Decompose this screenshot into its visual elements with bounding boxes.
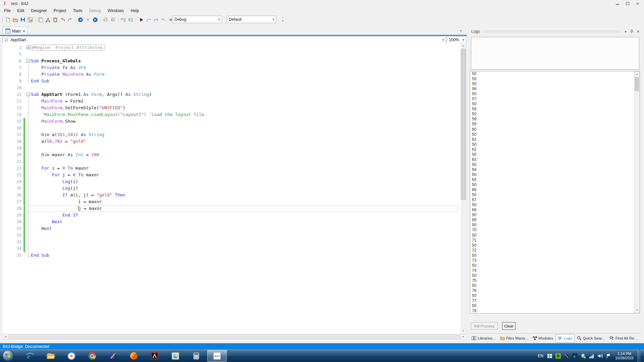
code-line-5[interactable]: 5 xyxy=(3,51,466,58)
logs-filter-box[interactable] xyxy=(471,37,639,70)
taskbar-internet-explorer[interactable]: e xyxy=(20,350,40,362)
log-entry[interactable]: 73 xyxy=(470,258,640,263)
tab-close-icon[interactable]: × xyxy=(23,29,25,34)
outdent-file-icon[interactable] xyxy=(110,16,116,23)
code-line-35[interactable]: 35End Sub xyxy=(3,252,466,259)
code-line-1[interactable]: 1+#Region Project Attributes xyxy=(3,44,466,51)
log-entry[interactable]: 75 xyxy=(470,278,640,283)
code-line-15[interactable]: 15 MainForm.Show xyxy=(3,118,466,125)
code-line-6[interactable]: 6-Sub Process_Globals xyxy=(3,58,466,64)
code-line-28[interactable]: 28 j = maxnr xyxy=(3,205,466,212)
log-entry[interactable]: 72 xyxy=(470,248,640,253)
redo-icon[interactable] xyxy=(67,16,73,23)
tab-find-all-re[interactable]: Find All Re... xyxy=(607,335,639,342)
copy-icon[interactable] xyxy=(37,16,44,23)
show-desktop-button[interactable] xyxy=(638,350,641,362)
code-line-31[interactable]: 31 Next xyxy=(3,225,466,232)
code-line-17[interactable]: 17 Dim a(101,101) As String xyxy=(3,131,466,138)
code-line-18[interactable]: 18 a(50,78) = "gold" xyxy=(3,138,466,145)
scrollbar-thumb[interactable] xyxy=(461,49,466,200)
taskbar-google-chrome[interactable] xyxy=(83,350,102,362)
fold-margin[interactable]: + xyxy=(26,44,31,51)
taskbar-b4x-designer[interactable] xyxy=(103,350,123,362)
sub-selector[interactable]: AppStart ▾ xyxy=(3,36,446,44)
log-entry[interactable]: 50 xyxy=(470,92,640,97)
menu-designer[interactable]: Designer xyxy=(28,7,50,14)
log-entry[interactable]: 77 xyxy=(470,298,640,303)
code-line-26[interactable]: 26 If a(i, j) = "gold" Then xyxy=(3,192,466,198)
menu-help[interactable]: Help xyxy=(127,7,143,14)
undo-icon[interactable] xyxy=(59,16,66,23)
log-entry[interactable]: 66 xyxy=(470,187,640,192)
log-entry[interactable]: 50 xyxy=(470,132,640,137)
fold-margin[interactable]: - xyxy=(26,91,31,98)
navigate-forward-icon[interactable] xyxy=(92,16,99,23)
log-entry[interactable]: 50 xyxy=(470,263,640,268)
scroll-down-icon[interactable]: ▼ xyxy=(634,307,640,313)
fold-expand-icon[interactable]: + xyxy=(26,46,30,49)
code-line-29[interactable]: 29 End If xyxy=(3,212,466,219)
log-entry[interactable]: 70 xyxy=(470,228,640,233)
collapsed-region[interactable]: #Region Project Attributes xyxy=(31,45,105,51)
code-line-27[interactable]: 27 i = maxnr xyxy=(3,198,466,205)
scroll-down-icon[interactable]: ▼ xyxy=(461,328,466,334)
step-out-icon[interactable] xyxy=(160,16,167,23)
toolbar-overflow-button[interactable]: –▾ xyxy=(280,16,285,22)
taskbar-adobe-reader[interactable] xyxy=(145,350,164,362)
log-entry[interactable]: 63 xyxy=(470,157,640,162)
log-entry[interactable]: 50 xyxy=(470,213,640,218)
network-signal-icon[interactable] xyxy=(589,353,594,359)
cut-icon[interactable] xyxy=(45,16,51,23)
log-entry[interactable]: 71 xyxy=(470,238,640,243)
taskbar-windows-media-player[interactable] xyxy=(62,350,81,362)
close-button[interactable]: × xyxy=(633,0,643,7)
log-entry[interactable]: 50 xyxy=(470,202,640,207)
toolbar-grip[interactable] xyxy=(1,16,3,23)
zoom-select[interactable]: 100% ▾ xyxy=(447,36,466,44)
volume-icon[interactable] xyxy=(597,353,603,359)
log-entry[interactable]: 64 xyxy=(470,167,640,172)
code-line-21[interactable]: 21 xyxy=(3,158,466,165)
code-line-7[interactable]: 7 Private fx As JFX xyxy=(3,64,466,71)
taskbar-windows-explorer[interactable] xyxy=(41,350,60,362)
menu-file[interactable]: File xyxy=(1,7,14,14)
code-line-25[interactable]: 25 Log(j) xyxy=(3,185,466,192)
nvidia-icon[interactable] xyxy=(555,353,561,359)
log-entry[interactable]: 50 xyxy=(470,112,640,117)
scroll-up-icon[interactable]: ▲ xyxy=(461,43,466,49)
menu-project[interactable]: Project xyxy=(50,7,69,14)
log-entry[interactable]: 78 xyxy=(470,308,640,313)
scrollbar-thumb[interactable] xyxy=(635,77,639,91)
log-entry[interactable]: 69 xyxy=(470,218,640,223)
kill-process-button[interactable]: Kill Process xyxy=(471,322,498,330)
navigate-history-icon[interactable] xyxy=(85,16,91,23)
code-line-14[interactable]: 14 'MainForm.RootPane.LoadLayout("Layout… xyxy=(3,111,466,118)
log-entry[interactable]: 50 xyxy=(470,303,640,308)
editor-vertical-scrollbar[interactable]: ▲ ▼ xyxy=(461,43,466,334)
code-line-23[interactable]: 23 For j = 0 To maxnr xyxy=(3,172,466,178)
log-entry[interactable]: 50 xyxy=(470,152,640,157)
uncomment-icon[interactable] xyxy=(127,16,134,23)
tab-list-dropdown-icon[interactable]: ▾ xyxy=(460,29,462,33)
close-panel-icon[interactable]: × xyxy=(637,29,640,34)
code-line-13[interactable]: 13 MainForm.SetFormStyle("UNIFIED") xyxy=(3,105,466,111)
log-entry[interactable]: 50 xyxy=(470,273,640,278)
code-line-22[interactable]: 22 For i = 0 To maxnr xyxy=(3,165,466,172)
taskbar-b4j[interactable]: B4J xyxy=(207,350,227,362)
open-project-icon[interactable] xyxy=(12,16,19,23)
log-entry[interactable]: 61 xyxy=(470,137,640,142)
log-entry[interactable]: 50 xyxy=(470,162,640,167)
menu-tools[interactable]: Tools xyxy=(69,7,86,14)
log-entry[interactable]: 50 xyxy=(470,71,640,76)
run-icon[interactable] xyxy=(138,16,145,23)
log-entry[interactable]: 50 xyxy=(470,122,640,127)
log-list[interactable]: 5055505650575058505950605061506250635064… xyxy=(470,71,640,313)
start-button[interactable] xyxy=(2,350,14,361)
log-entry[interactable]: 50 xyxy=(470,223,640,228)
save-icon[interactable] xyxy=(19,16,26,23)
usb-safely-remove-icon[interactable] xyxy=(581,353,586,359)
tab-libraries[interactable]: Libraries... xyxy=(470,335,498,342)
log-entry[interactable]: 50 xyxy=(470,142,640,147)
log-entry[interactable]: 50 xyxy=(470,293,640,298)
code-line-33[interactable]: 33 xyxy=(3,239,466,245)
